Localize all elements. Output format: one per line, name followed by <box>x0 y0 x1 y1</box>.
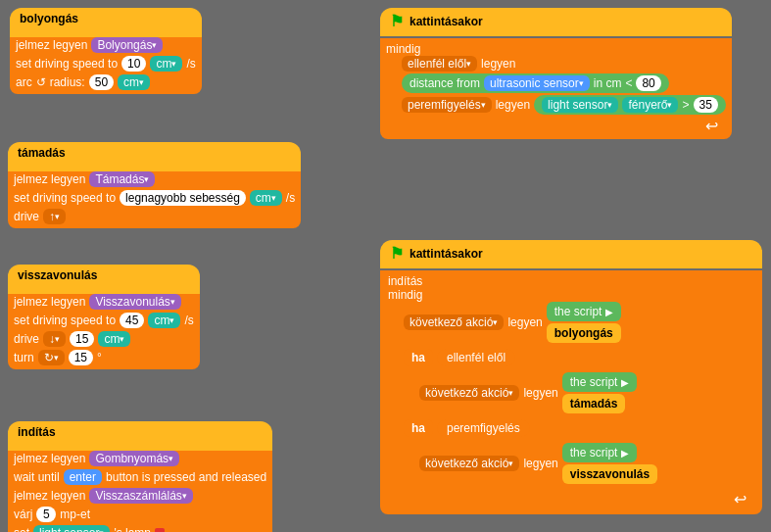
visszavonulas-drive-row: drive ↓ 15 cm <box>14 331 194 347</box>
visszavonulas-jelmez-value[interactable]: Visszavonulás <box>89 294 181 310</box>
visszavonulas-speed-num[interactable]: 45 <box>120 313 144 328</box>
inditas-jelmez-value[interactable]: Gombnyomás <box>89 451 179 466</box>
bolyongas-label: bolyongás <box>20 12 78 25</box>
perem-dd[interactable]: peremfigyelés <box>402 97 492 113</box>
inditas-jelmez2-label: jelmez legyen <box>14 489 85 503</box>
right-block1-hat[interactable]: ⚑ kattintásakor <box>380 8 732 36</box>
inditas-set-sensor[interactable]: light sensor <box>33 525 110 532</box>
arc-unit[interactable]: cm <box>118 74 150 90</box>
inditas-enter-btn[interactable]: enter <box>64 469 102 485</box>
jelmez-value[interactable]: Bolyongás <box>91 37 163 53</box>
right-block1-loop-body: ellenfél elől legyen distance from ultra… <box>402 56 726 135</box>
visszavonulas-turn-unit: ° <box>97 351 102 364</box>
arc-radius-label: radius: <box>50 75 85 89</box>
green-flag-icon2: ⚑ <box>390 244 404 263</box>
inditas-hat[interactable]: indítás <box>8 421 272 445</box>
loop-bottom2: ↩ <box>404 490 754 508</box>
inditas-label: indítás <box>18 425 56 439</box>
legyen-label2: legyen <box>523 386 557 400</box>
visszavonulas-drive-num[interactable]: 15 <box>70 331 94 347</box>
tamadas-label: támadás <box>18 146 66 160</box>
tamadas-script: támadás jelmez legyen Támadás set drivin… <box>8 142 301 228</box>
speed-unit[interactable]: cm <box>150 56 182 72</box>
legyen-label3: legyen <box>523 457 557 470</box>
light-sensor-condition: light sensor fényerő > 35 <box>534 95 726 115</box>
kovetkezo-dd1[interactable]: következő akció <box>404 314 504 330</box>
script-ref-bolyongas: the script bolyongás <box>547 302 622 343</box>
tamadas-jelmez-label: jelmez legyen <box>14 172 85 186</box>
perem-legyen: legyen <box>496 98 530 112</box>
the-script-1[interactable]: the script <box>547 302 622 321</box>
speed-label: set driving speed to <box>16 57 118 71</box>
inditas-script: indítás jelmez legyen Gombnyomás wait un… <box>8 421 272 532</box>
tamadas-speed-row: set driving speed to legnagyobb sebesség… <box>14 190 295 206</box>
bolyongas-body: jelmez legyen Bolyongás set driving spee… <box>10 33 202 94</box>
distance-row: distance from ultrasonic sensor in cm < … <box>402 73 726 93</box>
fenyero-dd[interactable]: fényerő <box>622 97 678 113</box>
tamadas-name[interactable]: támadás <box>562 394 626 413</box>
tamadas-body: jelmez legyen Támadás set driving speed … <box>8 168 301 228</box>
inditas-wait-suffix: button is pressed and released <box>106 470 266 484</box>
inditas-varj-label: várj <box>14 508 32 521</box>
visszavonulas-jelmez-label: jelmez legyen <box>14 295 85 309</box>
inditas-varj-num[interactable]: 5 <box>36 507 56 522</box>
arc-num[interactable]: 50 <box>89 74 114 90</box>
light-num[interactable]: 35 <box>694 97 718 113</box>
right-block1-hat-label: kattintásakor <box>410 15 483 28</box>
tamadas-speed-unit[interactable]: cm <box>250 190 282 206</box>
right-block1-script: ⚑ kattintásakor mindig ellenfél elől leg… <box>380 8 732 139</box>
inditas-jelmez-row: jelmez legyen Gombnyomás <box>14 451 266 466</box>
in-cm-label: in cm <box>594 76 622 90</box>
bolyongas-hat[interactable]: bolyongás <box>10 8 202 31</box>
tamadas-speed-value[interactable]: legnagyobb sebesség <box>120 190 246 206</box>
mindig-row2: mindig <box>388 288 754 302</box>
kovetkezo-dd3[interactable]: következő akció <box>419 456 519 471</box>
ellenfel-condition: ellenfél elől <box>437 349 515 366</box>
loop-bottom1: ↩ <box>402 117 726 135</box>
lt-op: < <box>625 76 632 90</box>
inditas-varj-row: várj 5 mp-et <box>14 507 266 522</box>
ha-label1: ha <box>404 349 433 366</box>
distance-num[interactable]: 80 <box>636 75 660 91</box>
perem-condition-label: peremfigyelés <box>447 421 520 435</box>
visszavonulas-drive-unit[interactable]: cm <box>98 331 130 347</box>
distance-condition: distance from ultrasonic sensor in cm < … <box>402 73 669 93</box>
right-block2-loop-body: következő akció legyen the script bolyon… <box>404 302 754 508</box>
inditas-jelmez2-value[interactable]: Visszaszámlálás <box>89 488 192 504</box>
tamadas-drive-dir[interactable]: ↑ <box>43 209 66 224</box>
visszavonulas-drive-dir[interactable]: ↓ <box>43 331 66 347</box>
inditas-set-label: set <box>14 526 29 532</box>
right-block2-hat[interactable]: ⚑ kattintásakor <box>380 240 762 268</box>
inditas-varj-suffix: mp-et <box>60 508 90 521</box>
the-script-2[interactable]: the script <box>562 372 638 392</box>
the-script-3[interactable]: the script <box>562 443 638 462</box>
mindig-label2: mindig <box>388 288 422 302</box>
tamadas-jelmez-value[interactable]: Támadás <box>89 171 155 187</box>
light-sensor-dd[interactable]: light sensor <box>542 97 618 113</box>
speed-num[interactable]: 10 <box>121 56 146 72</box>
jelmez-label: jelmez legyen <box>16 38 87 52</box>
visszavonulas-speed-unit[interactable]: cm <box>148 313 180 328</box>
tamadas-hat[interactable]: támadás <box>8 142 301 166</box>
ha-ellenfel-row: ha ellenfél elől <box>404 349 754 366</box>
arc-label: arc <box>16 75 32 89</box>
script-ref-visszavonulas: the script visszavonulás <box>562 443 657 484</box>
bolyongas-script: bolyongás jelmez legyen Bolyongás set dr… <box>10 8 202 94</box>
action-tamadas-row: következő akció legyen the script támadá… <box>419 372 637 413</box>
inditas-label2: indítás <box>388 274 422 288</box>
visszavonulas-name[interactable]: visszavonulás <box>562 464 657 484</box>
ellenfel-dd[interactable]: ellenfél elől <box>402 56 477 72</box>
action-bolyongas-group: következő akció legyen the script bolyon… <box>404 302 754 343</box>
visszavonulas-turn-dir[interactable]: ↻ <box>38 350 65 365</box>
tamadas-drive-label: drive <box>14 210 39 223</box>
visszavonulas-hat[interactable]: visszavonulás <box>8 265 200 288</box>
right-block2-body: indítás mindig következő akció legyen th… <box>380 270 762 514</box>
bolyongas-name[interactable]: bolyongás <box>547 323 621 343</box>
ultrasonic-dd[interactable]: ultrasonic sensor <box>484 75 590 91</box>
inditas-wait-label: wait until <box>14 470 60 484</box>
visszavonulas-turn-num[interactable]: 15 <box>69 350 93 365</box>
inditas-red-square <box>155 528 165 532</box>
kovetkezo-dd2[interactable]: következő akció <box>419 385 519 401</box>
ha-perem-row: ha peremfigyelés <box>404 419 754 437</box>
inditas-jelmez2-row: jelmez legyen Visszaszámlálás <box>14 488 266 504</box>
